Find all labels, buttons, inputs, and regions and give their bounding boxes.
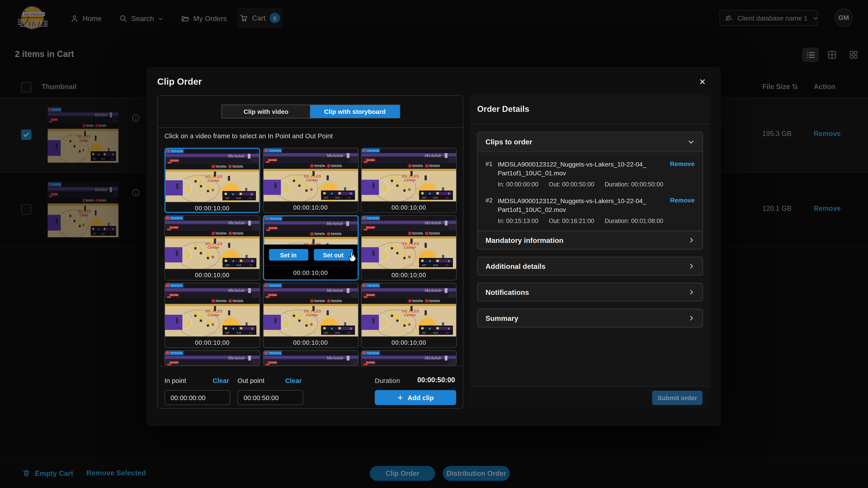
svg-text:Center: Center	[404, 313, 416, 317]
svg-text:MLONBA: MLONBA	[170, 160, 179, 162]
storyboard-frame-12[interactable]: Michelob TOYOTA MLONBA TOYOTA TOYOTA STA…	[361, 350, 457, 366]
storyboard-frame-8[interactable]: Michelob TOYOTA MLONBA TOYOTA TOYOTA STA…	[263, 283, 359, 348]
svg-text:TOYOTA: TOYOTA	[216, 232, 227, 235]
svg-text::23: :23	[249, 332, 252, 334]
video-frame-image: Michelob TOYOTA MLONBA TOYOTA TOYOTA STA…	[165, 216, 260, 269]
storyboard-frame-4[interactable]: Michelob TOYOTA MLONBA TOYOTA TOYOTA STA…	[164, 215, 260, 281]
svg-text:MLONBA: MLONBA	[269, 227, 277, 229]
accordion-notifications[interactable]: Notifications	[477, 283, 703, 301]
svg-text:TOYOTA: TOYOTA	[269, 217, 281, 221]
svg-text:1ST: 1ST	[422, 197, 426, 199]
add-clip-label: Add clip	[408, 394, 434, 401]
clip-remove-link[interactable]: Remove	[670, 160, 695, 167]
storyboard-frame-7[interactable]: Michelob TOYOTA MLONBA TOYOTA TOYOTA STA…	[164, 283, 260, 348]
basketball-frame-scene: Michelob TOYOTA MLONBA TOYOTA TOYOTA STA…	[362, 351, 456, 365]
svg-text:TOYOTA: TOYOTA	[412, 164, 423, 168]
chevron-right-icon	[688, 263, 694, 269]
close-icon[interactable]: ✕	[698, 77, 708, 87]
accordion-mandatory-information[interactable]: Mandatory information	[477, 231, 703, 250]
storyboard-frame-5[interactable]: Michelob TOYOTA MLONBA TOYOTA TOYOTA STA…	[263, 215, 359, 281]
svg-text:6: 6	[448, 259, 450, 263]
storyboard-frame-2[interactable]: Michelob TOYOTA MLONBA TOYOTA TOYOTA STA…	[263, 148, 359, 213]
chevron-down-icon	[688, 138, 695, 145]
video-frame-image: Michelob TOYOTA MLONBA TOYOTA TOYOTA STA…	[263, 148, 358, 201]
video-frame-image: Michelob TOYOTA MLONBA TOYOTA TOYOTA STA…	[362, 351, 456, 365]
clip-duration: Duration: 00:01:08:00	[604, 218, 663, 224]
storyboard-grid: Michelob TOYOTA MLONBA TOYOTA TOYOTA STA…	[164, 148, 457, 366]
svg-text:Center: Center	[208, 246, 220, 250]
order-details-footer: Submit order	[470, 386, 710, 409]
svg-text:TOYOTA: TOYOTA	[171, 150, 183, 153]
svg-text:TOYOTA: TOYOTA	[367, 217, 379, 220]
clip-order-modal: Clip Order ✕ Clip with video Clip with s…	[147, 67, 721, 426]
chevron-right-icon	[688, 237, 694, 243]
svg-text:MLONBA: MLONBA	[307, 197, 316, 199]
tab-clip-with-storyboard[interactable]: Clip with storyboard	[310, 105, 400, 118]
svg-text:TOYOTA: TOYOTA	[412, 300, 423, 303]
svg-text:TOYOTA: TOYOTA	[367, 149, 379, 153]
svg-text:9:13: 9:13	[433, 197, 438, 199]
clip-item-1: #1 IMDSLA9000123122_Nuggets-vs-Lakers_10…	[486, 160, 695, 188]
svg-text:6: 6	[350, 327, 351, 330]
svg-text:Michelob: Michelob	[424, 288, 441, 293]
storyboard-frame-10[interactable]: Michelob TOYOTA MLONBA TOYOTA TOYOTA STA…	[164, 350, 260, 366]
clip-remove-link[interactable]: Remove	[670, 197, 695, 203]
svg-text:MLONBA: MLONBA	[405, 197, 414, 199]
svg-text:1ST: 1ST	[225, 332, 230, 334]
svg-text:Michelob: Michelob	[326, 288, 343, 293]
accordion-label: Additional details	[486, 262, 546, 270]
svg-text::23: :23	[248, 197, 252, 199]
accordion-label: Mandatory information	[486, 236, 563, 244]
clip-out: Out: 00:16:21:00	[549, 218, 594, 224]
out-point-input[interactable]	[238, 390, 303, 405]
svg-text:9:13: 9:13	[433, 332, 438, 334]
svg-text::23: :23	[347, 197, 350, 199]
submit-order-button[interactable]: Submit order	[652, 391, 703, 405]
svg-text:MLONBA: MLONBA	[367, 159, 375, 161]
order-details-title: Order Details	[477, 104, 529, 113]
in-point-clear-button[interactable]: Clear	[213, 377, 229, 385]
clip-out: Out: 00:00:50:00	[549, 181, 594, 188]
storyboard-frame-11[interactable]: Michelob TOYOTA MLONBA TOYOTA TOYOTA STA…	[263, 350, 359, 366]
tab-clip-with-video[interactable]: Clip with video	[222, 105, 310, 118]
svg-text:Michelob: Michelob	[326, 221, 342, 226]
svg-text:MLONBA: MLONBA	[170, 294, 179, 296]
svg-text:4: 4	[232, 193, 234, 196]
divider	[158, 127, 463, 128]
svg-text:TOYOTA: TOYOTA	[331, 300, 342, 303]
svg-text:MLONBA: MLONBA	[268, 159, 277, 161]
svg-text:MLONBA: MLONBA	[367, 226, 375, 229]
accordion-label: Notifications	[486, 288, 529, 296]
clip-in: In: 00:15:13:00	[498, 218, 538, 224]
svg-text:MLONBA: MLONBA	[367, 361, 375, 364]
svg-text:Michelob: Michelob	[228, 288, 245, 293]
in-point-input[interactable]	[164, 390, 230, 405]
video-frame-image: Michelob TOYOTA MLONBA TOYOTA TOYOTA STA…	[165, 283, 260, 336]
svg-text:1ST: 1ST	[324, 197, 328, 199]
storyboard-frame-3[interactable]: Michelob TOYOTA MLONBA TOYOTA TOYOTA STA…	[361, 148, 457, 213]
clips-to-order-section: Clips to order #1 IMDSLA9000123122_Nugge…	[477, 132, 703, 234]
set-in-button[interactable]: Set in	[269, 249, 308, 260]
svg-text:1ST: 1ST	[422, 332, 426, 334]
svg-text:TOYOTA: TOYOTA	[269, 149, 281, 153]
svg-text:Center: Center	[306, 178, 318, 182]
svg-text:4: 4	[429, 192, 431, 195]
svg-text:6: 6	[251, 327, 253, 330]
add-clip-button[interactable]: Add clip	[375, 390, 456, 405]
storyboard-frame-6[interactable]: Michelob TOYOTA MLONBA TOYOTA TOYOTA STA…	[361, 215, 457, 281]
basketball-frame-scene: Michelob TOYOTA MLONBA TOYOTA TOYOTA STA…	[362, 148, 456, 201]
frame-timestamp: 00:00:10;00	[362, 269, 456, 281]
accordion-additional-details[interactable]: Additional details	[477, 257, 703, 275]
accordion-summary[interactable]: Summary	[477, 309, 703, 328]
out-point-clear-button[interactable]: Clear	[285, 377, 302, 385]
storyboard-frame-1[interactable]: Michelob TOYOTA MLONBA TOYOTA TOYOTA STA…	[164, 148, 260, 213]
svg-text::23: :23	[445, 332, 448, 334]
clips-to-order-header[interactable]: Clips to order	[477, 132, 702, 152]
chevron-right-icon	[688, 289, 694, 295]
basketball-frame-scene: Michelob TOYOTA MLONBA TOYOTA TOYOTA STA…	[165, 351, 260, 365]
svg-text:TOYOTA: TOYOTA	[216, 300, 227, 303]
svg-text:MLONBA: MLONBA	[209, 332, 218, 334]
frame-timestamp: 00:00:10;00	[165, 269, 260, 281]
storyboard-frame-9[interactable]: Michelob TOYOTA MLONBA TOYOTA TOYOTA STA…	[361, 283, 457, 348]
svg-text::23: :23	[347, 332, 350, 334]
